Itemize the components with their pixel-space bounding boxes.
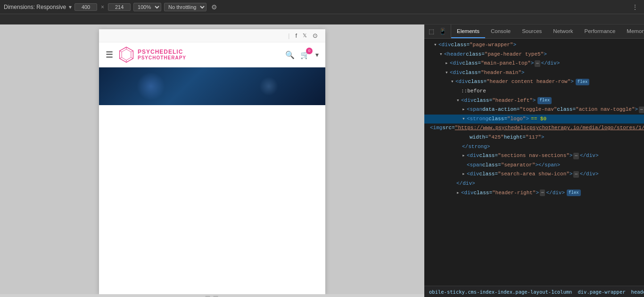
dimensions-label: Dimensions: Responsive <box>4 4 66 10</box>
resize-dots: — — <box>206 293 219 297</box>
tab-memory[interactable]: Memory <box>621 25 644 38</box>
throttle-select[interactable]: No throttling <box>164 3 206 11</box>
tab-network[interactable]: Network <box>547 25 578 38</box>
ruler <box>0 14 644 25</box>
hamburger-icon[interactable]: ☰ <box>106 50 113 60</box>
dom-line[interactable]: ▾ <div class="header-main"> <box>424 68 644 78</box>
devtools-tabs: ⬚ 📱 Elements Console Sources Network Per… <box>424 25 644 39</box>
dom-line[interactable]: ▾ <div class="page-wrapper"> <box>424 41 644 50</box>
dom-line[interactable]: </div> <box>424 179 644 189</box>
dom-line[interactable]: <span class="separator"></span> <box>424 161 644 170</box>
dom-line[interactable]: ▸ <div class="header-right"> ⋯ </div> fl… <box>424 189 644 198</box>
site-frame: | f 𝕏 ⊙ ☰ <box>99 29 325 294</box>
brand-name-line1: PSYCHEDELIC <box>138 49 186 55</box>
dom-panel[interactable]: ▾ <div class="page-wrapper"> ▾ <header c… <box>424 39 644 286</box>
tab-performance[interactable]: Performance <box>579 25 621 38</box>
dom-line[interactable]: ▸ <div class="search-area show-icon"> ⋯ … <box>424 170 644 179</box>
breadcrumb-item[interactable]: obile-sticky.cms-index-index.page-layout… <box>428 289 573 295</box>
width-input[interactable] <box>74 3 97 11</box>
chevron-down-icon[interactable]: ▾ <box>69 4 72 10</box>
separator: | <box>288 33 289 39</box>
dom-line[interactable]: ::before <box>424 87 644 96</box>
svg-line-6 <box>120 58 122 58</box>
dom-line[interactable]: ▸ <span data-action="toggle-nav" class="… <box>424 105 644 115</box>
devtools-panel: ⬚ 📱 Elements Console Sources Network Per… <box>424 25 644 297</box>
devtools-main: ▾ <div class="page-wrapper"> ▾ <header c… <box>424 39 644 286</box>
dom-line[interactable]: ▾ <header class="page-header type5"> <box>424 50 644 59</box>
instagram-icon[interactable]: ⊙ <box>313 32 318 39</box>
tab-console[interactable]: Console <box>485 25 516 38</box>
site-logo-text: PSYCHEDELIC PSYCHOTHERAPY <box>138 49 186 60</box>
svg-marker-1 <box>122 49 131 60</box>
site-header-icons: 🔍 🛒 0 ▾ <box>285 50 319 59</box>
resize-handle[interactable]: — — <box>0 294 424 297</box>
breadcrumb-item[interactable]: div.page-wrapper <box>577 289 626 295</box>
height-input[interactable] <box>108 3 131 11</box>
twitter-icon[interactable]: 𝕏 <box>303 33 307 39</box>
main-layout: | f 𝕏 ⊙ ☰ <box>0 25 644 297</box>
tab-sources[interactable]: Sources <box>516 25 547 38</box>
svg-line-7 <box>120 51 122 52</box>
brand-name-line2: PSYCHOTHERAPY <box>138 55 186 60</box>
dom-line-selected[interactable]: ▾ <strong class="logo"> == $0 <box>424 115 644 124</box>
preview-pane: | f 𝕏 ⊙ ☰ <box>0 25 424 297</box>
network-conditions-icon[interactable]: ⚙ <box>209 2 219 12</box>
dom-line[interactable]: </strong> <box>424 142 644 152</box>
tab-elements[interactable]: Elements <box>451 25 485 38</box>
site-frame-container: | f 𝕏 ⊙ ☰ <box>0 25 424 294</box>
cart-button[interactable]: 🛒 0 <box>300 50 310 59</box>
inspect-element-icon[interactable]: ⬚ <box>427 27 436 36</box>
devtools-left-icons: ⬚ 📱 <box>424 25 451 38</box>
breadcrumb-item[interactable]: header.page-header.type5 <box>630 289 644 295</box>
facebook-icon[interactable]: f <box>295 32 297 39</box>
zoom-select[interactable]: 100% 75% 50% <box>133 3 161 11</box>
search-icon[interactable]: 🔍 <box>285 50 295 59</box>
site-hero <box>99 67 325 105</box>
dom-breadcrumb: obile-sticky.cms-index-index.page-layout… <box>424 286 644 297</box>
dom-line[interactable]: width="425" height="117"> <box>424 133 644 142</box>
dimension-cross: × <box>101 4 104 10</box>
logo-icon <box>118 46 135 63</box>
responsive-toolbar: Dimensions: Responsive ▾ × 100% 75% 50% … <box>0 0 644 14</box>
expand-icon[interactable]: ▾ <box>315 51 319 58</box>
dom-line[interactable]: <img src="https://www.psychedelicpsychot… <box>424 124 644 133</box>
device-toggle-icon[interactable]: 📱 <box>438 27 448 36</box>
site-topbar: | f 𝕏 ⊙ <box>99 29 325 42</box>
site-logo-area: PSYCHEDELIC PSYCHOTHERAPY <box>118 46 281 63</box>
cart-badge: 0 <box>306 48 313 54</box>
dom-line[interactable]: ▸ <div class="main-panel-top"> ⋯ </div> <box>424 59 644 68</box>
more-options-icon[interactable]: ⋮ <box>630 2 640 12</box>
dom-line[interactable]: ▾ <div class="header-left"> flex <box>424 96 644 106</box>
dom-line[interactable]: ▾ <div class="header content header-row"… <box>424 77 644 87</box>
dom-line[interactable]: ▸ <div class="sections nav-sections"> ⋯ … <box>424 151 644 161</box>
site-header: ☰ P <box>99 42 325 67</box>
